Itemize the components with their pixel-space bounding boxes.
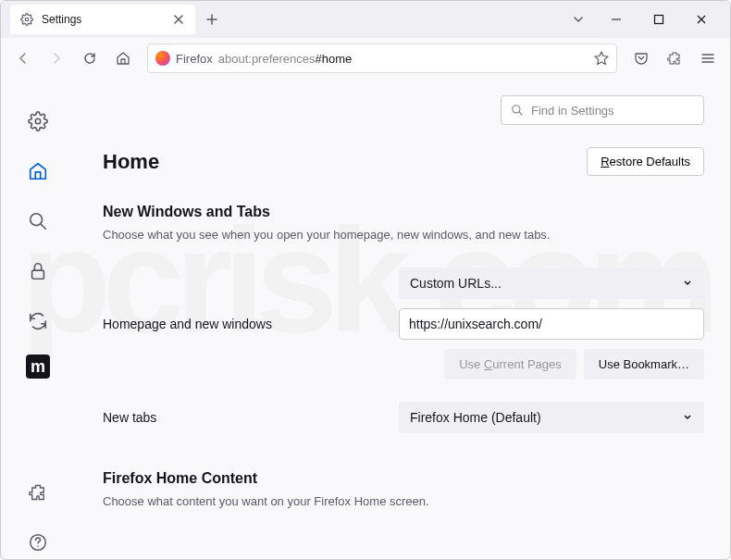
- homepage-label: Homepage and new windows: [103, 317, 399, 331]
- window-close-button[interactable]: [680, 3, 723, 36]
- settings-main: Find in Settings Home Restore Defaults N…: [75, 79, 730, 559]
- tabs-dropdown-icon[interactable]: [562, 3, 595, 36]
- bookmark-star-icon[interactable]: [594, 51, 609, 66]
- section-heading-2: Firefox Home Content: [103, 470, 704, 487]
- newtabs-select[interactable]: Firefox Home (Default): [399, 402, 704, 433]
- section-description: Choose what you see when you open your h…: [103, 228, 704, 242]
- use-current-pages-button[interactable]: Use Current Pages: [444, 349, 576, 380]
- browser-tab[interactable]: Settings: [10, 5, 195, 34]
- chevron-down-icon: [682, 412, 693, 423]
- svg-rect-4: [32, 270, 44, 279]
- svg-point-2: [35, 118, 41, 124]
- sidebar-help-icon[interactable]: [21, 526, 55, 559]
- section-heading: New Windows and Tabs: [103, 204, 704, 220]
- svg-rect-1: [655, 16, 663, 24]
- settings-sidebar: m: [1, 79, 75, 559]
- sidebar-extensions-icon[interactable]: [21, 476, 55, 509]
- svg-point-6: [513, 106, 520, 113]
- gear-icon: [19, 12, 34, 27]
- site-identity[interactable]: Firefox: [155, 51, 213, 66]
- homepage-url-input[interactable]: [399, 308, 704, 340]
- svg-point-0: [25, 18, 29, 21]
- sidebar-privacy-icon[interactable]: [21, 255, 55, 288]
- page-title: Home: [103, 150, 159, 174]
- new-tab-button[interactable]: [199, 6, 225, 32]
- url-text: about:preferences#home: [218, 52, 353, 66]
- menu-button[interactable]: [693, 44, 723, 73]
- sidebar-sync-icon[interactable]: [21, 305, 55, 338]
- chevron-down-icon: [682, 278, 693, 289]
- pocket-button[interactable]: [626, 44, 656, 73]
- close-icon[interactable]: [171, 12, 186, 27]
- sidebar-more-icon[interactable]: m: [26, 355, 50, 379]
- home-button[interactable]: [108, 44, 138, 73]
- maximize-button[interactable]: [638, 3, 680, 36]
- forward-button[interactable]: [42, 44, 71, 73]
- extensions-button[interactable]: [660, 44, 689, 73]
- search-placeholder: Find in Settings: [531, 104, 614, 118]
- back-button[interactable]: [8, 44, 38, 73]
- firefox-logo-icon: [155, 51, 170, 66]
- identity-label: Firefox: [176, 52, 213, 66]
- tab-title: Settings: [42, 13, 164, 26]
- use-bookmark-button[interactable]: Use Bookmark…: [584, 349, 704, 380]
- navbar: Firefox about:preferences#home: [1, 38, 730, 79]
- restore-defaults-button[interactable]: Restore Defaults: [587, 147, 704, 176]
- minimize-button[interactable]: [595, 3, 638, 36]
- find-in-settings-input[interactable]: Find in Settings: [501, 95, 704, 125]
- section-description-2: Choose what content you want on your Fir…: [103, 494, 704, 508]
- homepage-select[interactable]: Custom URLs...: [399, 268, 704, 299]
- search-icon: [511, 104, 524, 117]
- url-bar[interactable]: Firefox about:preferences#home: [147, 44, 617, 73]
- sidebar-home-icon[interactable]: [21, 155, 55, 188]
- sidebar-search-icon[interactable]: [21, 205, 55, 238]
- newtabs-label: New tabs: [103, 410, 399, 425]
- reload-button[interactable]: [75, 44, 105, 73]
- sidebar-general-icon[interactable]: [21, 105, 55, 138]
- titlebar: Settings: [1, 1, 730, 38]
